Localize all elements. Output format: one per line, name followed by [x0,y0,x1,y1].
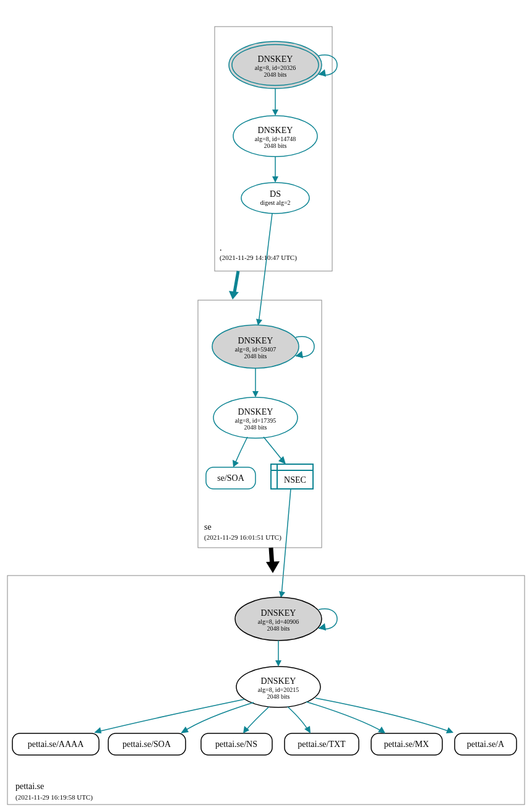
svg-text:digest alg=2: digest alg=2 [260,199,290,206]
pettai-ksk-node: DNSKEY alg=8, id=40906 2048 bits [235,597,322,641]
svg-marker-64 [181,727,189,733]
svg-text:2048 bits: 2048 bits [244,353,267,360]
svg-text:2048 bits: 2048 bits [264,142,287,149]
svg-text:pettai.se/AAAA: pettai.se/AAAA [28,740,84,749]
root-zsk-node: DNSKEY alg=8, id=14748 2048 bits [233,116,317,157]
pettai-aaaa-node: pettai.se/AAAA [12,733,99,755]
pettai-zsk-node: DNSKEY alg=8, id=20215 2048 bits [236,667,320,707]
svg-text:alg=8, id=20215: alg=8, id=20215 [258,686,299,693]
svg-text:alg=8, id=20326: alg=8, id=20326 [255,64,296,71]
svg-text:DNSKEY: DNSKEY [258,126,293,135]
svg-text:pettai.se/TXT: pettai.se/TXT [298,740,346,749]
zone-se-label: se [204,522,212,532]
svg-text:pettai.se/NS: pettai.se/NS [215,740,257,749]
svg-marker-38 [266,561,280,573]
zone-pettai-label: pettai.se [15,782,44,791]
pettai-mx-node: pettai.se/MX [371,733,442,755]
svg-text:alg=8, id=14748: alg=8, id=14748 [255,136,296,142]
zone-root-label: . [220,243,222,252]
svg-text:DNSKEY: DNSKEY [238,407,273,416]
svg-marker-17 [229,291,239,300]
se-nsec-node: NSEC [271,464,313,489]
svg-text:alg=8, id=40906: alg=8, id=40906 [258,618,299,625]
zone-se-timestamp: (2021-11-29 16:01:51 UTC) [204,533,281,542]
svg-marker-66 [304,726,311,733]
root-ds-node: DS digest alg=2 [241,183,309,214]
svg-text:NSEC: NSEC [284,475,306,485]
dnssec-graph: . (2021-11-29 14:10:47 UTC) DNSKEY alg=8… [0,0,532,807]
svg-text:alg=8, id=59407: alg=8, id=59407 [235,346,276,353]
svg-text:se/SOA: se/SOA [217,473,244,483]
svg-text:2048 bits: 2048 bits [267,625,290,632]
pettai-a-node: pettai.se/A [455,733,517,755]
svg-marker-29 [252,391,259,397]
zone-pettai-timestamp: (2021-11-29 16:19:58 UTC) [15,793,93,801]
root-ksk-node: DNSKEY alg=8, id=20326 2048 bits [229,41,322,88]
svg-text:2048 bits: 2048 bits [264,71,287,78]
svg-marker-63 [94,727,101,733]
svg-text:pettai.se/A: pettai.se/A [467,740,505,749]
svg-text:DNSKEY: DNSKEY [261,676,296,686]
svg-text:pettai.se/SOA: pettai.se/SOA [122,740,171,749]
svg-marker-11 [272,110,278,116]
svg-text:DS: DS [270,189,281,199]
pettai-soa-node: pettai.se/SOA [108,733,186,755]
svg-text:2048 bits: 2048 bits [267,693,290,700]
svg-marker-50 [275,660,281,667]
svg-text:DNSKEY: DNSKEY [258,54,293,64]
ds-to-se-ksk [259,214,272,323]
zone-root-timestamp: (2021-11-29 14:10:47 UTC) [220,254,297,262]
pettai-txt-node: pettai.se/TXT [285,733,359,755]
se-soa-node: se/SOA [206,467,255,489]
se-ksk-node: DNSKEY alg=8, id=59407 2048 bits [212,325,299,368]
svg-text:2048 bits: 2048 bits [244,424,267,431]
svg-text:DNSKEY: DNSKEY [238,336,273,345]
svg-text:pettai.se/MX: pettai.se/MX [384,740,429,749]
svg-marker-16 [272,176,278,183]
se-zsk-node: DNSKEY alg=8, id=17395 2048 bits [213,397,298,438]
nsec-to-pettai-ksk [281,489,291,595]
svg-text:DNSKEY: DNSKEY [261,608,296,618]
pettai-ns-node: pettai.se/NS [201,733,272,755]
svg-text:alg=8, id=17395: alg=8, id=17395 [235,417,276,424]
